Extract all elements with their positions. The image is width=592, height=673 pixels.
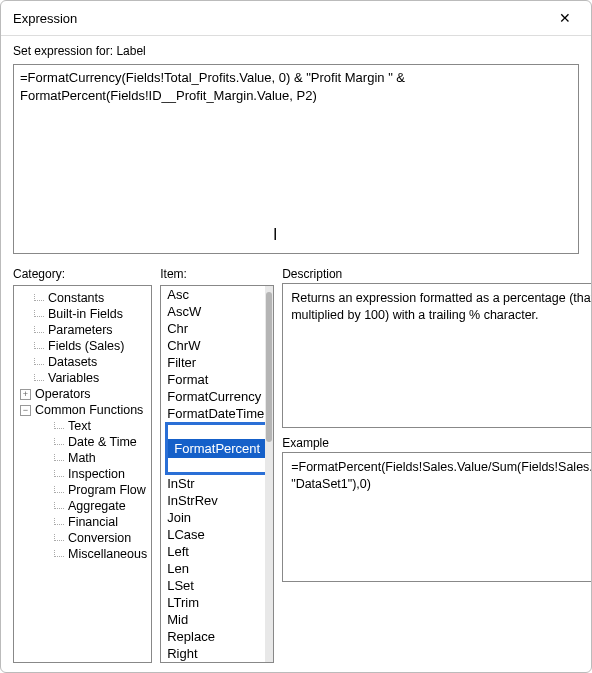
tree-node[interactable]: Math: [14, 450, 151, 466]
description-panel: Returns an expression formatted as a per…: [282, 283, 592, 428]
expression-editor-wrap: I: [13, 64, 579, 257]
dialog-content: Set expression for: Label I Category: Co…: [1, 36, 591, 673]
item-row[interactable]: Mid: [161, 611, 273, 628]
item-row[interactable]: Filter: [161, 354, 273, 371]
collapse-icon[interactable]: −: [20, 405, 31, 416]
tree-node[interactable]: Miscellaneous: [14, 546, 151, 562]
tree-branch-icon: [34, 374, 44, 381]
tree-branch-icon: [34, 326, 44, 333]
tree-label: Fields (Sales): [48, 339, 124, 353]
tree-label: Built-in Fields: [48, 307, 123, 321]
example-label: Example: [282, 436, 592, 450]
item-row[interactable]: Chr: [161, 320, 273, 337]
item-row[interactable]: LSet: [161, 577, 273, 594]
tree-label: Constants: [48, 291, 104, 305]
tree-branch-icon: [54, 486, 64, 493]
item-row[interactable]: Replace: [161, 628, 273, 645]
tree-node[interactable]: Date & Time: [14, 434, 151, 450]
tree-branch-icon: [54, 470, 64, 477]
tree-node[interactable]: Parameters: [14, 322, 151, 338]
expression-editor[interactable]: [13, 64, 579, 254]
item-row[interactable]: Join: [161, 509, 273, 526]
tree-label: Variables: [48, 371, 99, 385]
tree-label: Datasets: [48, 355, 97, 369]
tree-node[interactable]: Text: [14, 418, 151, 434]
tree-node[interactable]: Program Flow: [14, 482, 151, 498]
tree-node[interactable]: Financial: [14, 514, 151, 530]
item-selected-group: FormatNumber FormatPercent GetChar: [161, 422, 273, 475]
expression-dialog: Expression ✕ Set expression for: Label I…: [0, 0, 592, 673]
scrollbar-thumb[interactable]: [266, 292, 272, 442]
category-tree: ConstantsBuilt-in FieldsParametersFields…: [14, 286, 151, 566]
tree-branch-icon: [54, 502, 64, 509]
item-row[interactable]: LCase: [161, 526, 273, 543]
tree-label: Text: [68, 419, 91, 433]
tree-node-operators[interactable]: + Operators: [14, 386, 151, 402]
item-row[interactable]: ChrW: [161, 337, 273, 354]
tree-label: Conversion: [68, 531, 131, 545]
item-scrollbar[interactable]: [265, 286, 273, 662]
item-row[interactable]: Right: [161, 645, 273, 662]
close-icon: ✕: [559, 11, 571, 25]
example-panel: =FormatPercent(Fields!Sales.Value/Sum(Fi…: [282, 452, 592, 582]
tree-node[interactable]: Built-in Fields: [14, 306, 151, 322]
category-column: Category: ConstantsBuilt-in FieldsParame…: [13, 267, 152, 663]
item-row[interactable]: InStrRev: [161, 492, 273, 509]
tree-label: Date & Time: [68, 435, 137, 449]
tree-branch-icon: [54, 454, 64, 461]
item-row[interactable]: FormatDateTime: [161, 405, 273, 422]
category-tree-panel[interactable]: ConstantsBuilt-in FieldsParametersFields…: [13, 285, 152, 663]
tree-node[interactable]: Fields (Sales): [14, 338, 151, 354]
example-text: =FormatPercent(Fields!Sales.Value/Sum(Fi…: [291, 460, 592, 491]
tree-node[interactable]: Aggregate: [14, 498, 151, 514]
tree-branch-icon: [54, 422, 64, 429]
item-label: Item:: [160, 267, 274, 281]
item-row[interactable]: AscW: [161, 303, 273, 320]
item-row[interactable]: LTrim: [161, 594, 273, 611]
item-list: AscAscWChrChrWFilterFormatFormatCurrency…: [161, 286, 273, 662]
tree-label: Parameters: [48, 323, 113, 337]
description-text: Returns an expression formatted as a per…: [291, 291, 592, 322]
item-row[interactable]: FormatCurrency: [161, 388, 273, 405]
tree-label: Common Functions: [35, 403, 143, 417]
middle-panels: Category: ConstantsBuilt-in FieldsParame…: [13, 267, 579, 663]
selection-highlight: FormatNumber FormatPercent GetChar: [165, 422, 269, 475]
tree-label: Program Flow: [68, 483, 146, 497]
tree-branch-icon: [34, 310, 44, 317]
item-row-hidden-below[interactable]: GetChar: [168, 458, 266, 472]
category-label: Category:: [13, 267, 152, 281]
tree-node[interactable]: Variables: [14, 370, 151, 386]
item-row[interactable]: Len: [161, 560, 273, 577]
tree-node[interactable]: Conversion: [14, 530, 151, 546]
tree-label: Inspection: [68, 467, 125, 481]
expand-icon[interactable]: +: [20, 389, 31, 400]
tree-node[interactable]: Constants: [14, 290, 151, 306]
item-row[interactable]: InStr: [161, 475, 273, 492]
tree-node[interactable]: Inspection: [14, 466, 151, 482]
tree-branch-icon: [34, 294, 44, 301]
tree-label: Aggregate: [68, 499, 126, 513]
item-column: Item: AscAscWChrChrWFilterFormatFormatCu…: [160, 267, 274, 663]
tree-label: Miscellaneous: [68, 547, 147, 561]
tree-branch-icon: [34, 358, 44, 365]
tree-label: Math: [68, 451, 96, 465]
tree-label: Operators: [35, 387, 91, 401]
close-button[interactable]: ✕: [549, 7, 581, 29]
tree-branch-icon: [54, 534, 64, 541]
item-row-selected[interactable]: FormatPercent: [168, 439, 266, 458]
tree-branch-icon: [34, 342, 44, 349]
description-label: Description: [282, 267, 592, 281]
item-list-panel[interactable]: AscAscWChrChrWFilterFormatFormatCurrency…: [160, 285, 274, 663]
tree-label: Financial: [68, 515, 118, 529]
item-row-hidden-above[interactable]: FormatNumber: [168, 425, 266, 439]
item-row[interactable]: Asc: [161, 286, 273, 303]
titlebar: Expression ✕: [1, 1, 591, 36]
dialog-title: Expression: [13, 11, 77, 26]
item-row[interactable]: Left: [161, 543, 273, 560]
item-row[interactable]: Format: [161, 371, 273, 388]
info-column: Description Returns an expression format…: [282, 267, 592, 663]
tree-branch-icon: [54, 438, 64, 445]
tree-branch-icon: [54, 550, 64, 557]
tree-node[interactable]: Datasets: [14, 354, 151, 370]
tree-node-common-functions[interactable]: − Common Functions: [14, 402, 151, 418]
